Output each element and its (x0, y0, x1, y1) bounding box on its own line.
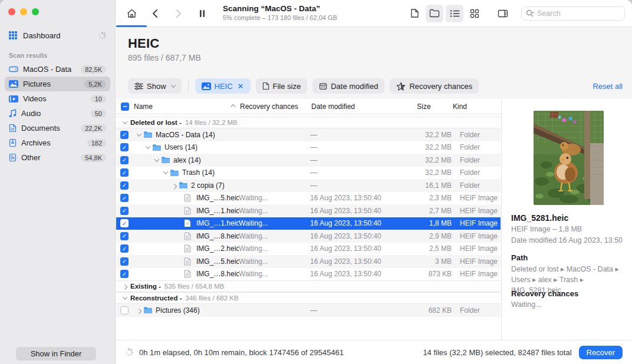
sidebar-item-audio[interactable]: Audio50 (5, 106, 110, 121)
row-checkbox[interactable]: ✓ (120, 257, 129, 266)
table-row[interactable]: ✓IMG_…1.heicWaiting...16 Aug 2023, 13:50… (116, 217, 501, 230)
column-header-kind[interactable]: Kind (452, 102, 501, 111)
search-field[interactable] (521, 6, 625, 21)
select-all-checkbox[interactable]: − (121, 102, 129, 111)
chevron-down-icon[interactable] (137, 131, 141, 136)
date-modified-cell: 16 Aug 2023, 13:50:40 (310, 257, 395, 266)
folder-icon (170, 168, 179, 177)
folder-icon (152, 143, 162, 151)
scan-progress-text: 0h 1m elapsed, 0h 10m remain, block 1747… (139, 348, 344, 357)
chevron-down-icon[interactable] (123, 294, 127, 299)
list-view-icon[interactable] (446, 5, 463, 22)
close-icon[interactable]: ✕ (238, 82, 244, 91)
file-icon (184, 244, 193, 253)
row-checkbox[interactable]: ✓ (120, 181, 129, 190)
row-checkbox[interactable]: ✓ (120, 232, 129, 240)
table-row[interactable]: ✓IMG_…2.heicWaiting...16 Aug 2023, 13:50… (116, 243, 501, 256)
date-modified-cell: — (310, 131, 395, 139)
filter-chip-label: Recovery chances (409, 82, 472, 91)
sidebar-item-documents[interactable]: Documents22,2K (5, 121, 110, 135)
reset-all-link[interactable]: Reset all (592, 82, 623, 91)
close-window-button[interactable] (8, 8, 15, 15)
table-row[interactable]: Pictures (346)—682 KBFolder (116, 304, 501, 317)
column-header-recovery[interactable]: Recovery chances (239, 102, 310, 111)
minimize-window-button[interactable] (20, 8, 27, 15)
row-checkbox[interactable] (120, 306, 129, 315)
group-row-reconstructed[interactable]: Reconstructed - 346 files / 682 KB (116, 292, 501, 304)
row-checkbox[interactable]: ✓ (120, 156, 129, 164)
zoom-window-button[interactable] (32, 8, 39, 15)
group-row-deleted-or-lost[interactable]: Deleted or lost - 14 files / 32,2 MB (116, 117, 501, 128)
column-header-date[interactable]: Date modified (310, 102, 395, 111)
size-cell: 2,9 MB (395, 232, 452, 240)
column-header-name[interactable]: Name (133, 102, 239, 111)
table-row[interactable]: ✓IMG_…1.heicWaiting...16 Aug 2023, 13:50… (116, 204, 501, 217)
kind-cell: HEIF Image (452, 194, 501, 202)
filter-chip-date-modified[interactable]: Date modified (312, 78, 384, 94)
table-row[interactable]: ✓IMG_…8.heicWaiting...16 Aug 2023, 13:50… (116, 230, 501, 243)
filter-chip-file-size[interactable]: File size (256, 78, 308, 94)
filter-chip-recovery-chances[interactable]: Recovery chances (390, 78, 479, 94)
table-row[interactable]: ✓IMG_…5.heicWaiting...16 Aug 2023, 13:50… (116, 255, 501, 268)
count-badge: 10 (91, 95, 106, 103)
forward-icon[interactable] (170, 5, 187, 22)
count-badge: 182 (87, 139, 106, 147)
table-row[interactable]: ✓Trash (14)—32,2 MBFolder (116, 167, 501, 180)
divider (188, 81, 189, 91)
sidebar-item-dashboard[interactable]: Dashboard (5, 27, 110, 44)
filter-chip-heic[interactable]: HEIC✕ (195, 78, 251, 94)
sidebar-item-pictures[interactable]: Pictures5,2K (5, 77, 110, 91)
search-input[interactable] (537, 9, 608, 18)
chevron-down-icon[interactable] (146, 144, 150, 149)
recovery-chances-cell: Waiting... (239, 244, 310, 253)
table-row[interactable]: ✓IMG_…5.heicWaiting...16 Aug 2023, 13:50… (116, 192, 501, 205)
table-row[interactable]: ✓MacOS - Data (14)—32,2 MBFolder (116, 128, 501, 141)
show-button[interactable]: Show (128, 78, 182, 94)
chevron-down-icon[interactable] (123, 119, 127, 124)
grid-view-icon[interactable] (466, 5, 483, 22)
size-cell: 32,2 MB (395, 131, 452, 139)
table-row[interactable]: ✓IMG_…8.heicWaiting...16 Aug 2023, 13:50… (116, 268, 501, 281)
table-row[interactable]: ✓alex (14)—32,2 MBFolder (116, 154, 501, 167)
sidebar-item-other[interactable]: Other54,8K (5, 150, 110, 165)
chevron-right-icon[interactable] (137, 309, 141, 313)
folder-view-icon[interactable] (426, 5, 443, 22)
folder-icon (143, 306, 153, 315)
sidebar-item-macos-data[interactable]: MacOS - Data82,5K (5, 62, 110, 77)
dashboard-label: Dashboard (23, 31, 93, 40)
sidebar-item-videos[interactable]: Videos10 (5, 91, 110, 106)
group-row-existing[interactable]: Existing - 535 files / 654,8 MB (116, 280, 501, 292)
table-row[interactable]: ✓Users (14)—32,2 MBFolder (116, 141, 501, 154)
chevron-down-icon (170, 82, 175, 87)
file-name: IMG_…1.heic (196, 207, 239, 215)
recovery-chances-cell: Waiting... (239, 232, 310, 240)
file-view-icon[interactable] (406, 5, 423, 22)
file-icon (184, 257, 193, 266)
chevron-down-icon[interactable] (154, 157, 159, 161)
row-checkbox[interactable]: ✓ (120, 270, 129, 278)
row-checkbox[interactable]: ✓ (120, 143, 129, 151)
show-in-finder-button[interactable]: Show in Finder (16, 347, 96, 360)
sidebar-item-archives[interactable]: Archives182 (5, 135, 110, 150)
size-cell: 873 KB (395, 270, 452, 278)
row-checkbox[interactable]: ✓ (120, 131, 129, 139)
content-header: HEIC 895 files / 687,7 MB Show HEIC✕File… (116, 27, 632, 99)
main-area: Scanning “MacOS - Data” 5% complete – 17… (116, 0, 632, 364)
table-row[interactable]: ✓2 copia (7)—16,1 MBFolder (116, 179, 501, 192)
panel-toggle-icon[interactable] (494, 5, 512, 22)
column-header-size[interactable]: Size (395, 102, 452, 111)
file-icon (262, 82, 269, 90)
row-checkbox[interactable]: ✓ (120, 219, 129, 227)
back-icon[interactable] (146, 5, 164, 22)
row-checkbox[interactable]: ✓ (120, 244, 129, 253)
home-icon[interactable] (123, 5, 140, 22)
row-checkbox[interactable]: ✓ (120, 194, 129, 202)
file-name: IMG_…1.heic (196, 219, 239, 227)
row-checkbox[interactable]: ✓ (120, 207, 129, 215)
pause-icon[interactable] (193, 5, 211, 22)
chevron-right-icon[interactable] (172, 184, 177, 188)
chevron-right-icon[interactable] (123, 284, 127, 289)
recover-button[interactable]: Recover (579, 346, 623, 359)
row-checkbox[interactable]: ✓ (120, 168, 129, 177)
chevron-down-icon[interactable] (163, 170, 168, 174)
